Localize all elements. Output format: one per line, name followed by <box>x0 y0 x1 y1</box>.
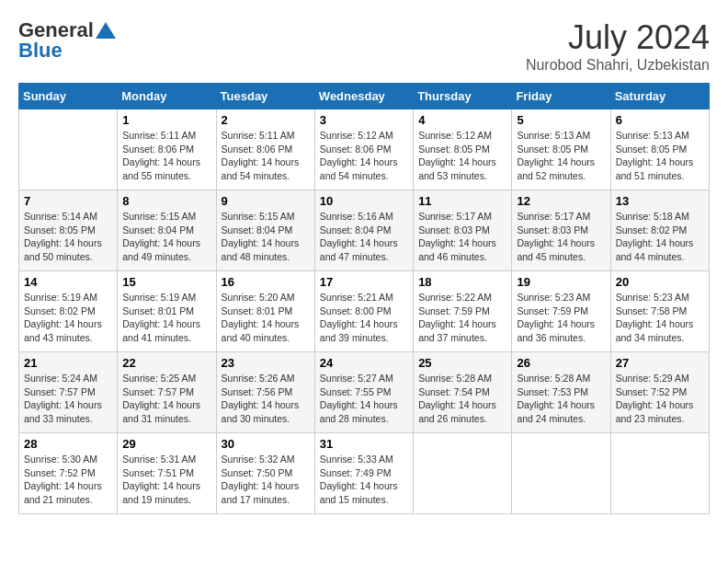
day-cell: 16Sunrise: 5:20 AMSunset: 8:01 PMDayligh… <box>216 271 314 352</box>
day-cell <box>19 109 118 190</box>
day-info: Sunrise: 5:16 AMSunset: 8:04 PMDaylight:… <box>320 210 408 264</box>
day-cell: 1Sunrise: 5:11 AMSunset: 8:06 PMDaylight… <box>118 109 216 190</box>
week-row-1: 1Sunrise: 5:11 AMSunset: 8:06 PMDaylight… <box>19 109 710 190</box>
day-number: 16 <box>222 275 310 289</box>
day-cell: 13Sunrise: 5:18 AMSunset: 8:02 PMDayligh… <box>610 190 709 271</box>
day-info: Sunrise: 5:23 AMSunset: 7:59 PMDaylight:… <box>517 291 605 345</box>
day-number: 2 <box>222 113 310 127</box>
day-number: 13 <box>616 194 704 208</box>
calendar-table: SundayMondayTuesdayWednesdayThursdayFrid… <box>18 83 710 514</box>
day-cell: 10Sunrise: 5:16 AMSunset: 8:04 PMDayligh… <box>314 190 413 271</box>
title-area: July 2024 Nurobod Shahri, Uzbekistan <box>526 18 710 74</box>
day-number: 30 <box>222 437 310 451</box>
logo-blue: Blue <box>18 39 63 63</box>
week-row-2: 7Sunrise: 5:14 AMSunset: 8:05 PMDaylight… <box>19 190 710 271</box>
day-cell: 4Sunrise: 5:12 AMSunset: 8:05 PMDaylight… <box>414 109 512 190</box>
day-info: Sunrise: 5:11 AMSunset: 8:06 PMDaylight:… <box>222 129 310 183</box>
day-cell: 9Sunrise: 5:15 AMSunset: 8:04 PMDaylight… <box>216 190 314 271</box>
day-number: 12 <box>517 194 605 208</box>
day-number: 26 <box>517 356 605 370</box>
day-info: Sunrise: 5:26 AMSunset: 7:56 PMDaylight:… <box>222 372 310 426</box>
day-cell: 24Sunrise: 5:27 AMSunset: 7:55 PMDayligh… <box>314 352 413 433</box>
day-number: 7 <box>24 194 112 208</box>
week-row-5: 28Sunrise: 5:30 AMSunset: 7:52 PMDayligh… <box>19 433 710 514</box>
page-header: General Blue July 2024 Nurobod Shahri, U… <box>18 18 710 74</box>
week-row-3: 14Sunrise: 5:19 AMSunset: 8:02 PMDayligh… <box>19 271 710 352</box>
day-number: 18 <box>418 275 506 289</box>
month-title: July 2024 <box>526 18 710 57</box>
weekday-wednesday: Wednesday <box>314 84 413 109</box>
day-number: 20 <box>616 275 704 289</box>
day-info: Sunrise: 5:20 AMSunset: 8:01 PMDaylight:… <box>222 291 310 345</box>
day-number: 15 <box>122 275 210 289</box>
day-cell: 17Sunrise: 5:21 AMSunset: 8:00 PMDayligh… <box>314 271 413 352</box>
day-number: 17 <box>320 275 408 289</box>
day-cell: 7Sunrise: 5:14 AMSunset: 8:05 PMDaylight… <box>19 190 118 271</box>
weekday-saturday: Saturday <box>610 84 709 109</box>
day-info: Sunrise: 5:27 AMSunset: 7:55 PMDaylight:… <box>320 372 408 426</box>
day-cell: 2Sunrise: 5:11 AMSunset: 8:06 PMDaylight… <box>216 109 314 190</box>
weekday-monday: Monday <box>118 84 216 109</box>
day-cell: 21Sunrise: 5:24 AMSunset: 7:57 PMDayligh… <box>19 352 118 433</box>
day-cell: 11Sunrise: 5:17 AMSunset: 8:03 PMDayligh… <box>414 190 512 271</box>
day-info: Sunrise: 5:28 AMSunset: 7:53 PMDaylight:… <box>517 372 605 426</box>
day-info: Sunrise: 5:33 AMSunset: 7:49 PMDaylight:… <box>320 453 408 507</box>
logo-icon <box>96 22 116 39</box>
day-info: Sunrise: 5:17 AMSunset: 8:03 PMDaylight:… <box>418 210 506 264</box>
day-info: Sunrise: 5:12 AMSunset: 8:05 PMDaylight:… <box>418 129 506 183</box>
day-info: Sunrise: 5:31 AMSunset: 7:51 PMDaylight:… <box>122 453 210 507</box>
day-cell: 15Sunrise: 5:19 AMSunset: 8:01 PMDayligh… <box>118 271 216 352</box>
day-cell: 28Sunrise: 5:30 AMSunset: 7:52 PMDayligh… <box>19 433 118 514</box>
day-number: 28 <box>24 437 112 451</box>
day-cell: 19Sunrise: 5:23 AMSunset: 7:59 PMDayligh… <box>512 271 610 352</box>
day-number: 24 <box>320 356 408 370</box>
day-cell: 12Sunrise: 5:17 AMSunset: 8:03 PMDayligh… <box>512 190 610 271</box>
weekday-thursday: Thursday <box>414 84 512 109</box>
day-info: Sunrise: 5:18 AMSunset: 8:02 PMDaylight:… <box>616 210 704 264</box>
day-cell: 27Sunrise: 5:29 AMSunset: 7:52 PMDayligh… <box>610 352 709 433</box>
day-number: 11 <box>418 194 506 208</box>
day-info: Sunrise: 5:21 AMSunset: 8:00 PMDaylight:… <box>320 291 408 345</box>
day-info: Sunrise: 5:14 AMSunset: 8:05 PMDaylight:… <box>24 210 112 264</box>
week-row-4: 21Sunrise: 5:24 AMSunset: 7:57 PMDayligh… <box>19 352 710 433</box>
weekday-friday: Friday <box>512 84 610 109</box>
day-info: Sunrise: 5:29 AMSunset: 7:52 PMDaylight:… <box>616 372 704 426</box>
day-info: Sunrise: 5:13 AMSunset: 8:05 PMDaylight:… <box>517 129 605 183</box>
day-cell: 30Sunrise: 5:32 AMSunset: 7:50 PMDayligh… <box>216 433 314 514</box>
day-info: Sunrise: 5:19 AMSunset: 8:02 PMDaylight:… <box>24 291 112 345</box>
day-number: 27 <box>616 356 704 370</box>
day-number: 6 <box>616 113 704 127</box>
day-number: 21 <box>24 356 112 370</box>
day-cell: 3Sunrise: 5:12 AMSunset: 8:06 PMDaylight… <box>314 109 413 190</box>
day-info: Sunrise: 5:28 AMSunset: 7:54 PMDaylight:… <box>418 372 506 426</box>
location: Nurobod Shahri, Uzbekistan <box>526 57 710 74</box>
day-info: Sunrise: 5:15 AMSunset: 8:04 PMDaylight:… <box>222 210 310 264</box>
day-info: Sunrise: 5:12 AMSunset: 8:06 PMDaylight:… <box>320 129 408 183</box>
day-cell: 31Sunrise: 5:33 AMSunset: 7:49 PMDayligh… <box>314 433 413 514</box>
svg-marker-0 <box>96 22 116 39</box>
day-info: Sunrise: 5:17 AMSunset: 8:03 PMDaylight:… <box>517 210 605 264</box>
day-info: Sunrise: 5:22 AMSunset: 7:59 PMDaylight:… <box>418 291 506 345</box>
day-number: 23 <box>222 356 310 370</box>
day-number: 29 <box>122 437 210 451</box>
day-cell: 14Sunrise: 5:19 AMSunset: 8:02 PMDayligh… <box>19 271 118 352</box>
day-info: Sunrise: 5:25 AMSunset: 7:57 PMDaylight:… <box>122 372 210 426</box>
weekday-sunday: Sunday <box>19 84 118 109</box>
day-number: 9 <box>222 194 310 208</box>
day-cell: 5Sunrise: 5:13 AMSunset: 8:05 PMDaylight… <box>512 109 610 190</box>
day-cell: 23Sunrise: 5:26 AMSunset: 7:56 PMDayligh… <box>216 352 314 433</box>
day-cell: 20Sunrise: 5:23 AMSunset: 7:58 PMDayligh… <box>610 271 709 352</box>
day-number: 3 <box>320 113 408 127</box>
day-info: Sunrise: 5:23 AMSunset: 7:58 PMDaylight:… <box>616 291 704 345</box>
day-info: Sunrise: 5:13 AMSunset: 8:05 PMDaylight:… <box>616 129 704 183</box>
day-cell: 26Sunrise: 5:28 AMSunset: 7:53 PMDayligh… <box>512 352 610 433</box>
day-cell: 18Sunrise: 5:22 AMSunset: 7:59 PMDayligh… <box>414 271 512 352</box>
day-number: 1 <box>122 113 210 127</box>
day-number: 5 <box>517 113 605 127</box>
day-cell: 8Sunrise: 5:15 AMSunset: 8:04 PMDaylight… <box>118 190 216 271</box>
day-info: Sunrise: 5:30 AMSunset: 7:52 PMDaylight:… <box>24 453 112 507</box>
day-number: 10 <box>320 194 408 208</box>
day-cell: 22Sunrise: 5:25 AMSunset: 7:57 PMDayligh… <box>118 352 216 433</box>
logo: General Blue <box>18 18 116 63</box>
weekday-header-row: SundayMondayTuesdayWednesdayThursdayFrid… <box>19 84 710 109</box>
